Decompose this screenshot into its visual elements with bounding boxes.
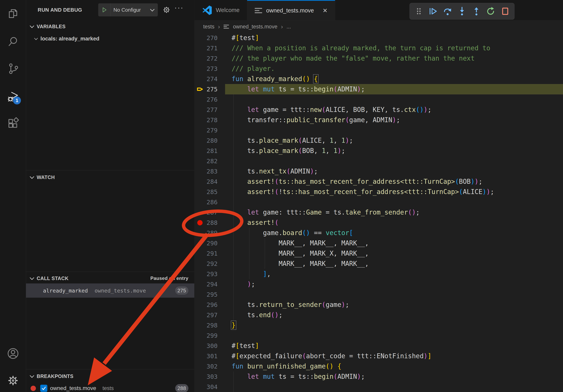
breakpoint-gutter[interactable] <box>194 33 205 43</box>
continue-button[interactable] <box>426 5 440 18</box>
step-over-button[interactable] <box>441 5 454 18</box>
code-line-text[interactable]: MARK__, MARK_X, MARK__, <box>218 248 563 259</box>
tab-owned-tests-move[interactable]: owned_tests.move ✕ <box>247 0 335 20</box>
breakpoint-gutter[interactable] <box>194 125 205 135</box>
code-line-text[interactable] <box>218 382 563 392</box>
activity-search[interactable] <box>0 30 26 52</box>
breadcrumb-item[interactable]: ... <box>286 24 291 30</box>
code-line-text[interactable]: #[test] <box>218 33 563 43</box>
code-line-text[interactable]: let mut ts = ts::begin(ADMIN); <box>218 84 563 94</box>
watch-section-header[interactable]: WATCH <box>26 172 194 182</box>
breakpoint-gutter[interactable] <box>194 84 205 94</box>
stop-button[interactable] <box>499 5 512 18</box>
activity-extensions[interactable] <box>0 113 26 135</box>
breadcrumb-item[interactable]: owned_tests.move <box>233 24 277 30</box>
code-line-text[interactable]: let mut ts = ts::begin(ADMIN); <box>218 371 563 382</box>
breakpoint-gutter[interactable] <box>194 279 205 289</box>
code-area[interactable]: 270#[test]271/// When a position is alre… <box>194 33 563 392</box>
code-line-text[interactable]: transfer::public_transfer(game, ADMIN); <box>218 115 563 125</box>
breakpoint-gutter[interactable] <box>194 176 205 187</box>
breakpoint-gutter[interactable] <box>194 361 205 371</box>
breakpoint-gutter[interactable] <box>194 187 205 197</box>
breakpoint-dot-icon[interactable] <box>197 220 203 225</box>
breakpoint-gutter[interactable] <box>194 259 205 269</box>
code-line-text[interactable] <box>218 125 563 135</box>
start-debug-button[interactable] <box>98 3 111 16</box>
breakpoint-gutter[interactable] <box>194 207 205 218</box>
breakpoint-gutter[interactable] <box>194 166 205 176</box>
code-line-text[interactable]: ts.place_mark(ALICE, 1, 1); <box>218 135 563 146</box>
breakpoint-gutter[interactable] <box>194 269 205 279</box>
code-line-text[interactable]: ts.place_mark(BOB, 1, 1); <box>218 146 563 156</box>
breakpoint-checkbox[interactable] <box>40 385 47 392</box>
breakpoint-gutter[interactable] <box>194 382 205 392</box>
activity-source-control[interactable] <box>0 57 26 79</box>
code-line-text[interactable]: ], <box>218 269 563 279</box>
breakpoint-gutter[interactable] <box>194 228 205 238</box>
breadcrumb-item[interactable]: tests <box>203 24 214 30</box>
restart-button[interactable] <box>484 5 498 18</box>
code-line-text[interactable]: game.board() == vector[ <box>218 228 563 238</box>
breakpoint-gutter[interactable] <box>194 289 205 300</box>
activity-explorer[interactable] <box>0 3 26 25</box>
code-line-text[interactable]: /// player. <box>218 64 563 74</box>
close-icon[interactable]: ✕ <box>322 7 327 14</box>
breakpoint-gutter[interactable] <box>194 218 205 228</box>
code-line-text[interactable]: } <box>218 320 563 330</box>
breakpoint-gutter[interactable] <box>194 53 205 64</box>
step-into-button[interactable] <box>455 5 469 18</box>
code-line-text[interactable]: MARK__, MARK__, MARK__, <box>218 238 563 248</box>
activity-accounts[interactable] <box>0 342 26 365</box>
code-line-text[interactable]: ts.next_tx(ADMIN); <box>218 166 563 176</box>
tab-welcome[interactable]: Welcome <box>194 0 247 20</box>
variables-section-header[interactable]: VARIABLES <box>26 21 194 32</box>
activity-settings[interactable] <box>0 369 26 392</box>
code-line-text[interactable]: ts.end(); <box>218 310 563 320</box>
code-line-text[interactable]: let game = ttt::new(ALICE, BOB, KEY, ts.… <box>218 105 563 115</box>
breakpoint-gutter[interactable] <box>194 156 205 166</box>
breakpoint-gutter[interactable] <box>194 115 205 125</box>
breakpoint-gutter[interactable] <box>194 351 205 361</box>
breakpoint-list-item[interactable]: owned_tests.move tests 288 <box>26 382 194 392</box>
breakpoint-gutter[interactable] <box>194 300 205 310</box>
more-actions-button[interactable]: ··· <box>174 3 184 12</box>
breakpoint-gutter[interactable] <box>194 64 205 74</box>
breakpoint-gutter[interactable] <box>194 238 205 248</box>
breakpoint-gutter[interactable] <box>194 320 205 330</box>
breakpoint-gutter[interactable] <box>194 330 205 341</box>
step-out-button[interactable] <box>470 5 483 18</box>
breakpoint-gutter[interactable] <box>194 94 205 105</box>
breakpoint-gutter[interactable] <box>194 371 205 382</box>
breakpoint-gutter[interactable] <box>194 310 205 320</box>
code-line-text[interactable] <box>218 197 563 207</box>
debug-config-dropdown[interactable]: No Configur <box>98 3 158 16</box>
breakpoints-section-header[interactable]: BREAKPOINTS <box>26 371 194 381</box>
code-line-text[interactable]: fun burn_unfinished_game() { <box>218 361 563 371</box>
breakpoint-gutter[interactable] <box>194 43 205 53</box>
breakpoint-gutter[interactable] <box>194 135 205 146</box>
code-line-text[interactable]: assert!(ts::has_most_recent_for_address<… <box>218 176 563 187</box>
variables-scope-row[interactable]: locals: already_marked <box>35 34 99 44</box>
breakpoint-gutter[interactable] <box>194 74 205 84</box>
activity-run-and-debug[interactable]: 1 <box>0 85 26 108</box>
code-line-text[interactable] <box>218 330 563 341</box>
code-line-text[interactable]: /// When a position is already marked, t… <box>218 43 563 53</box>
code-line-text[interactable] <box>218 289 563 300</box>
code-line-text[interactable]: assert!( <box>218 218 563 228</box>
breakpoint-gutter[interactable] <box>194 105 205 115</box>
breakpoint-gutter[interactable] <box>194 341 205 351</box>
breakpoint-gutter[interactable] <box>194 146 205 156</box>
toolbar-drag-handle[interactable] <box>412 5 425 18</box>
code-line-text[interactable] <box>218 94 563 105</box>
code-line-text[interactable]: ts.return_to_sender(game); <box>218 300 563 310</box>
call-stack-frame[interactable]: already_marked owned_tests.move 275 <box>26 283 194 298</box>
code-line-text[interactable]: assert!(!ts::has_most_recent_for_address… <box>218 187 563 197</box>
code-line-text[interactable]: /// the player who made the "false" move… <box>218 53 563 64</box>
code-line-text[interactable]: let game: ttt::Game = ts.take_from_sende… <box>218 207 563 218</box>
code-line-text[interactable]: MARK__, MARK__, MARK__, <box>218 259 563 269</box>
breakpoint-gutter[interactable] <box>194 248 205 259</box>
code-line-text[interactable]: ); <box>218 279 563 289</box>
code-line-text[interactable]: fun already_marked() { <box>218 74 563 84</box>
breakpoint-gutter[interactable] <box>194 197 205 207</box>
code-line-text[interactable] <box>218 156 563 166</box>
